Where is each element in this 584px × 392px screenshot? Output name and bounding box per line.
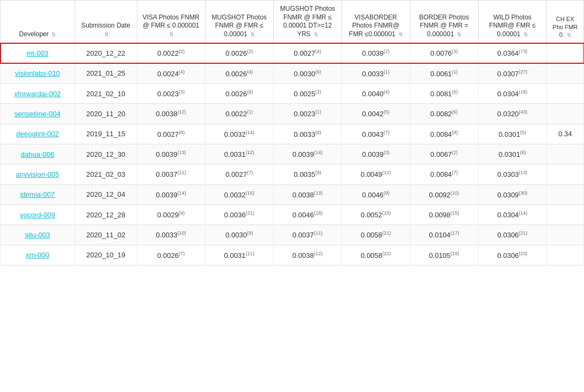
table-row: visionlabs-0102021_01_250.0024(4)0.0026(… <box>1 63 584 83</box>
rank-superscript: (6) <box>315 69 321 75</box>
cell-date: 2021_02_10 <box>75 84 137 104</box>
col-header-visa-fnmr[interactable]: VISA Photos FNMR @ FMR ≤ 0.000001 ⇅ <box>137 1 205 43</box>
developer-link[interactable]: visionlabs-010 <box>15 69 60 77</box>
rank-superscript: (21) <box>519 230 527 236</box>
developer-link[interactable]: idemia-007 <box>20 190 55 198</box>
rank-superscript: (18) <box>314 210 323 216</box>
cell-wild: 0.0304(14) <box>478 205 546 225</box>
cell-ch <box>547 63 584 83</box>
cell-ch <box>547 144 584 164</box>
cell-visa: 0.0026(7) <box>137 245 205 265</box>
table-row: sensetime-0042020_11_200.0038(12)0.0022(… <box>1 104 584 124</box>
rank-superscript: (1) <box>315 109 321 115</box>
rank-superscript: (13) <box>519 170 527 175</box>
table-row: vocord-0092020_12_280.0029(9)0.0036(21)0… <box>1 205 584 225</box>
cell-mugshot2: 0.0025(2) <box>274 84 342 104</box>
cell-developer[interactable]: anyvision-005 <box>1 164 75 184</box>
rank-superscript: (5) <box>383 109 389 115</box>
cell-developer[interactable]: visionlabs-010 <box>1 63 75 83</box>
cell-developer[interactable]: xforwardai-002 <box>1 84 75 104</box>
rank-superscript: (7) <box>383 130 389 135</box>
cell-date: 2020_12_30 <box>75 144 137 164</box>
cell-date: 2020_12_04 <box>75 184 137 204</box>
developer-link[interactable]: anyvision-005 <box>16 170 59 178</box>
cell-mugshot: 0.0031(11) <box>205 245 273 265</box>
table-header-row: Developer ⇅ Submission Date ⇅ VISA Photo… <box>1 1 584 43</box>
cell-visa: 0.0033(10) <box>137 225 205 245</box>
cell-developer[interactable]: xm-000 <box>1 245 75 265</box>
cell-date: 2020_11_02 <box>75 225 137 245</box>
sort-icon-mugshot: ⇅ <box>250 31 255 38</box>
col-header-border-fnmr[interactable]: BORDER Photos FNMR @ FMR = 0.000001 ⇅ <box>410 1 478 43</box>
cell-visa: 0.0029(9) <box>137 205 205 225</box>
cell-visaborder: 0.0039(2) <box>342 43 410 63</box>
cell-wild: 0.0320(43) <box>478 104 546 124</box>
rank-superscript: (7) <box>247 170 253 175</box>
cell-wild: 0.0309(30) <box>478 184 546 204</box>
sort-icon-mugshot2: ⇅ <box>314 31 318 38</box>
cell-mugshot: 0.0032(14) <box>205 124 273 144</box>
sort-icon-border: ⇅ <box>457 31 461 38</box>
rank-superscript: (14) <box>177 190 186 196</box>
cell-visa: 0.0027(8) <box>137 124 205 144</box>
cell-border: 0.0082(6) <box>410 104 478 124</box>
rank-superscript: (8) <box>452 130 458 135</box>
cell-visa: 0.0023(3) <box>137 84 205 104</box>
cell-wild: 0.0301(5) <box>478 124 546 144</box>
cell-wild: 0.0301(6) <box>478 144 546 164</box>
developer-link[interactable]: mt-003 <box>26 49 48 57</box>
rank-superscript: (13) <box>314 190 323 196</box>
cell-developer[interactable]: sensetime-004 <box>1 104 75 124</box>
cell-border: 0.0098(15) <box>410 205 478 225</box>
cell-developer[interactable]: deepglint-002 <box>1 124 75 144</box>
table-row: idemia-0072020_12_040.0039(14)0.0032(15)… <box>1 184 584 204</box>
rank-superscript: (3) <box>383 150 389 155</box>
cell-mugshot2: 0.0023(1) <box>274 104 342 124</box>
cell-border: 0.0104(17) <box>410 225 478 245</box>
col-header-wild-fnmr[interactable]: WILD Photos FNMR@ FMR ≤ 0.00001 ⇅ <box>478 1 546 43</box>
rank-superscript: (9) <box>179 210 185 216</box>
rank-superscript: (2) <box>315 89 321 95</box>
cell-ch <box>547 164 584 184</box>
sort-icon-visa: ⇅ <box>169 31 174 38</box>
developer-link[interactable]: sensetime-004 <box>15 110 61 118</box>
developer-link[interactable]: vocord-009 <box>20 211 55 219</box>
rank-superscript: (6) <box>247 89 253 95</box>
cell-mugshot: 0.0026(4) <box>205 63 273 83</box>
col-header-submission-date[interactable]: Submission Date ⇅ <box>75 1 137 43</box>
cell-date: 2020_12_28 <box>75 205 137 225</box>
cell-developer[interactable]: sjtu-003 <box>1 225 75 245</box>
rank-superscript: (21) <box>382 230 391 236</box>
cell-border: 0.0084(8) <box>410 124 478 144</box>
cell-ch <box>547 84 584 104</box>
developer-link[interactable]: sjtu-003 <box>25 231 50 239</box>
cell-mugshot2: 0.0027(4) <box>274 43 342 63</box>
cell-developer[interactable]: dahua-006 <box>1 144 75 164</box>
cell-ch <box>547 225 584 245</box>
cell-developer[interactable]: vocord-009 <box>1 205 75 225</box>
col-header-ch-ex[interactable]: CH EX Pho FMR 0. ⇅ <box>547 1 584 43</box>
rank-superscript: (4) <box>315 49 321 54</box>
cell-mugshot2: 0.0039(14) <box>274 144 342 164</box>
rank-superscript: (4) <box>383 89 389 95</box>
rank-superscript: (27) <box>519 69 527 75</box>
cell-border: 0.0105(19) <box>410 245 478 265</box>
cell-date: 2020_10_19 <box>75 245 137 265</box>
developer-link[interactable]: deepglint-002 <box>16 130 59 138</box>
developer-link[interactable]: dahua-006 <box>21 150 54 158</box>
cell-ch <box>547 104 584 124</box>
col-header-developer[interactable]: Developer ⇅ <box>1 1 75 43</box>
rank-superscript: (7) <box>179 251 185 256</box>
rank-superscript: (11) <box>177 170 186 175</box>
cell-developer[interactable]: idemia-007 <box>1 184 75 204</box>
developer-link[interactable]: xm-000 <box>26 251 49 259</box>
cell-mugshot: 0.0026(6) <box>205 84 273 104</box>
developer-link[interactable]: xforwardai-002 <box>14 90 61 98</box>
cell-visaborder: 0.0058(21) <box>342 225 410 245</box>
col-header-mugshot-fnmr2[interactable]: MUGSHOT Photos FNMR @ FMR ≤ 0.00001 DT>=… <box>274 1 342 43</box>
col-header-visaborder-fnmr[interactable]: VISABORDER Photos FNMR@ FMR ≤0.000001 ⇅ <box>342 1 410 43</box>
cell-wild: 0.0307(27) <box>478 63 546 83</box>
col-header-mugshot-fnmr[interactable]: MUGSHOT Photos FNMR @ FMR ≤ 0.00001 ⇅ <box>205 1 273 43</box>
cell-developer[interactable]: mt-003 <box>1 43 75 63</box>
rank-superscript: (12) <box>245 150 254 155</box>
